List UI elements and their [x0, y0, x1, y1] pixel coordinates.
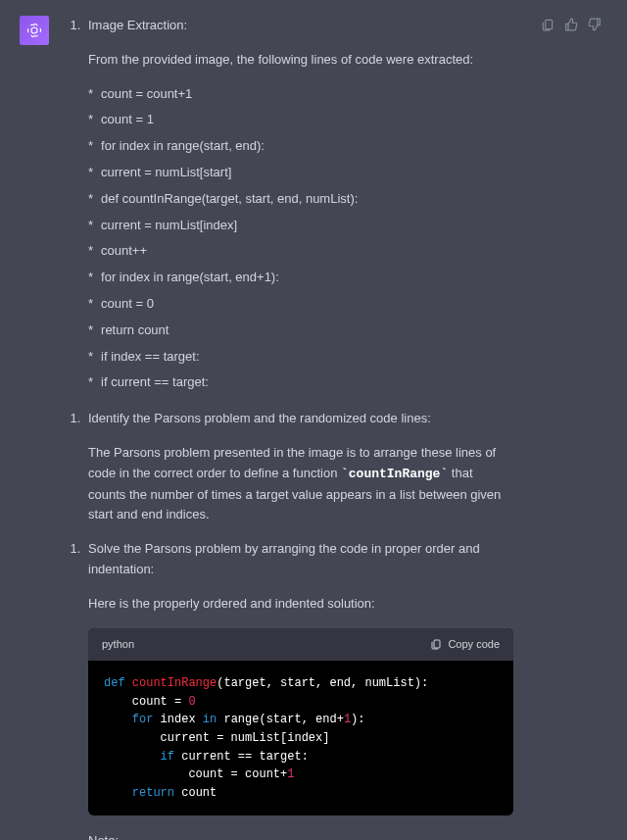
extracted-line: if index == target:: [88, 347, 513, 368]
extracted-lines-list: count = count+1 count = 1 for index in r…: [67, 84, 513, 394]
extracted-line: count = count+1: [88, 84, 513, 105]
svg-point-0: [31, 27, 37, 33]
note-label: Note:: [88, 831, 513, 840]
clipboard-icon: [430, 638, 442, 650]
step-1-header: Image Extraction:: [67, 16, 513, 36]
copy-code-button[interactable]: Copy code: [430, 636, 500, 654]
code-block: python Copy code def countInRange(target…: [88, 628, 513, 816]
step-2-title: Identify the Parsons problem and the ran…: [84, 409, 513, 429]
code-content: def countInRange(target, start, end, num…: [88, 661, 513, 815]
thumbs-down-button[interactable]: [586, 16, 603, 33]
copy-code-label: Copy code: [448, 636, 500, 654]
message-actions: [539, 16, 603, 840]
clipboard-icon: [541, 18, 555, 31]
copy-message-button[interactable]: [539, 16, 556, 33]
step-3-header: Solve the Parsons problem by arranging t…: [67, 539, 513, 580]
thumbs-up-button[interactable]: [562, 16, 580, 33]
step-2-header: Identify the Parsons problem and the ran…: [67, 409, 513, 429]
parsons-description: The Parsons problem presented in the ima…: [88, 443, 513, 525]
extracted-line: count++: [88, 241, 513, 262]
svg-rect-1: [434, 640, 440, 648]
code-block-header: python Copy code: [88, 628, 513, 662]
inline-code-fn: `countInRange`: [341, 467, 448, 481]
step-1-title: Image Extraction:: [84, 16, 513, 36]
extracted-line: def countInRange(target, start, end, num…: [88, 189, 513, 210]
assistant-avatar: [20, 16, 49, 45]
extracted-line: if current == target:: [88, 372, 513, 393]
svg-rect-2: [546, 20, 553, 28]
openai-logo-icon: [25, 22, 43, 39]
extracted-line: current = numList[start]: [88, 163, 513, 183]
assistant-message: Image Extraction: From the provided imag…: [0, 0, 627, 840]
thumbs-down-icon: [588, 18, 602, 31]
extracted-line: count = 1: [88, 110, 513, 130]
extracted-line: for index in range(start, end+1):: [88, 268, 513, 288]
extracted-line: current = numList[index]: [88, 216, 513, 236]
solution-intro: Here is the properly ordered and indente…: [88, 594, 513, 615]
extracted-line: for index in range(start, end):: [88, 136, 513, 157]
extraction-intro: From the provided image, the following l…: [88, 50, 513, 71]
code-lang-label: python: [102, 636, 134, 654]
message-content: Image Extraction: From the provided imag…: [67, 16, 521, 840]
step-3-title: Solve the Parsons problem by arranging t…: [84, 539, 513, 580]
extracted-line: return count: [88, 321, 513, 341]
thumbs-up-icon: [564, 18, 578, 31]
extracted-line: count = 0: [88, 294, 513, 315]
